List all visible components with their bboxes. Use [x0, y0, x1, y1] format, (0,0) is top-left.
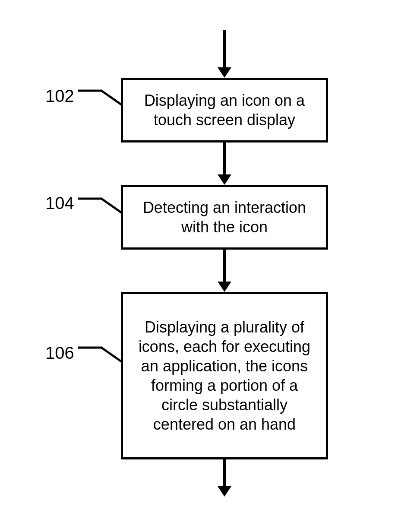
flow-step-display-plurality: Displaying a plurality of icons, each fo…: [121, 292, 328, 459]
arrow-head-icon: [218, 67, 231, 78]
ref-label-102: 102: [45, 86, 74, 106]
arrow-in: [218, 30, 231, 78]
flow-step-detect-interaction: Detecting an interaction with the icon: [121, 185, 328, 250]
arrow-2-3: [218, 250, 231, 292]
arrow-stem: [223, 250, 226, 282]
arrow-head-icon: [218, 282, 231, 292]
arrow-stem: [223, 459, 226, 486]
flow-step-text: Detecting an interaction with the icon: [132, 198, 317, 237]
arrow-out: [218, 459, 231, 497]
arrow-head-icon: [218, 174, 231, 185]
flow-step-text: Displaying a plurality of icons, each fo…: [132, 317, 317, 434]
arrow-head-icon: [218, 486, 231, 497]
leader-line-102: [76, 89, 127, 110]
flow-step-display-icon: Displaying an icon on a touch screen dis…: [121, 78, 328, 142]
flow-step-text: Displaying an icon on a touch screen dis…: [132, 91, 317, 130]
leader-line-104: [76, 196, 127, 218]
arrow-stem: [223, 30, 226, 67]
ref-label-106: 106: [45, 343, 74, 363]
arrow-1-2: [218, 142, 231, 185]
ref-label-104: 104: [45, 193, 74, 213]
flowchart: Displaying an icon on a touch screen dis…: [121, 30, 328, 497]
arrow-stem: [223, 142, 226, 174]
leader-line-106: [76, 345, 127, 367]
